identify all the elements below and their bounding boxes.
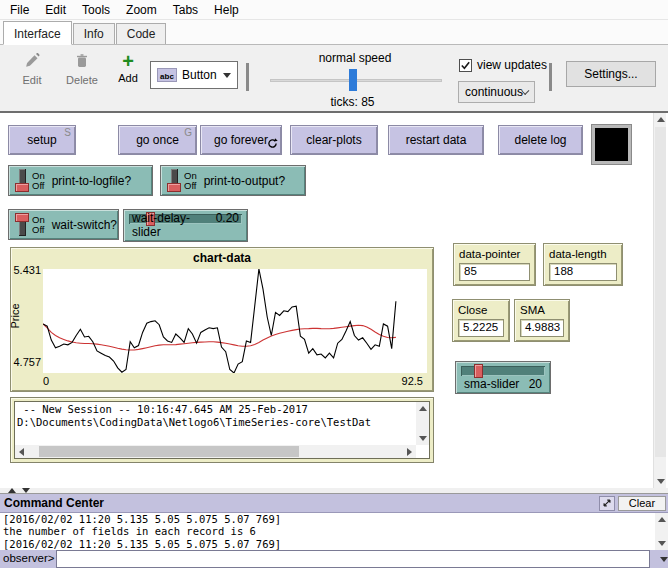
go-forever-button[interactable]: go forever [200, 125, 282, 155]
command-input[interactable] [56, 550, 650, 568]
button-label: setup [27, 133, 56, 147]
monitor-label: Close [458, 304, 504, 316]
command-center-header: Command Center Clear [0, 494, 668, 513]
off-label: Off [184, 181, 197, 191]
setup-button[interactable]: setup S [8, 125, 76, 155]
speed-slider-thumb[interactable] [349, 69, 357, 91]
command-vertical-scrollbar[interactable] [655, 513, 668, 550]
action-key: S [64, 127, 71, 138]
world-view[interactable] [592, 125, 631, 164]
switch-wait[interactable]: OnOff wait-switch? [8, 209, 119, 240]
observer-prompt-label: observer> [0, 550, 56, 568]
plot-area [43, 269, 427, 373]
view-updates-label: view updates [477, 58, 547, 72]
on-label: On [184, 171, 197, 181]
widget-type-value: Button [182, 68, 217, 82]
y-axis-label: Price [9, 303, 21, 328]
off-label: Off [32, 181, 45, 191]
wait-delay-slider[interactable]: wait-delay-slider 0.20 [123, 209, 248, 242]
menu-tools[interactable]: Tools [74, 1, 118, 19]
toolbar: Edit Delete + Add abc Button normal spee… [0, 45, 668, 113]
output-text: -- New Session -- 10:16:47.645 AM 25-Feb… [17, 403, 413, 444]
plot-chart-data: chart-data 5.431 Price 4.757 0 92.5 [10, 247, 434, 392]
delete-button[interactable]: Delete [60, 53, 104, 86]
plot-canvas [43, 269, 427, 373]
go-once-button[interactable]: go once G [118, 125, 197, 155]
monitor-data-pointer: data-pointer 85 [453, 243, 536, 286]
switch-print-to-output[interactable]: OnOff print-to-output? [160, 165, 306, 196]
view-updates-group: view updates [459, 58, 547, 72]
edit-label: Edit [23, 74, 42, 86]
scroll-down-icon[interactable] [419, 436, 427, 441]
chevron-down-icon [223, 73, 231, 78]
switch-print-to-logfile[interactable]: OnOff print-to-logfile? [8, 165, 153, 196]
add-button[interactable]: + Add [112, 53, 144, 84]
expand-button[interactable] [599, 496, 615, 511]
scroll-up-icon[interactable] [657, 117, 665, 122]
clear-plots-button[interactable]: clear-plots [290, 125, 378, 155]
plus-icon: + [122, 53, 134, 69]
delete-log-button[interactable]: delete log [498, 125, 583, 155]
off-label: Off [32, 225, 45, 235]
menu-file[interactable]: File [2, 1, 37, 19]
monitor-value: 85 [459, 263, 530, 281]
scroll-up-icon[interactable] [419, 406, 427, 411]
edit-button[interactable]: Edit [12, 53, 52, 86]
clear-button[interactable]: Clear [618, 496, 666, 511]
scroll-left-icon[interactable] [19, 448, 24, 456]
tab-interface[interactable]: Interface [3, 21, 72, 45]
switch-label: print-to-logfile? [52, 174, 131, 188]
output-widget: -- New Session -- 10:16:47.645 AM 25-Feb… [10, 397, 434, 463]
settings-button[interactable]: Settings... [566, 61, 656, 87]
tab-code[interactable]: Code [116, 23, 167, 44]
scroll-down-icon[interactable] [657, 479, 665, 484]
scroll-right-icon[interactable] [407, 448, 412, 456]
command-output-text: [2016/02/02 11:20 5.135 5.05 5.075 5.07 … [3, 513, 652, 550]
add-label: Add [118, 72, 138, 84]
monitor-value: 4.9883 [520, 319, 564, 337]
scroll-up-icon[interactable] [658, 517, 666, 522]
action-key: G [184, 127, 192, 138]
agent-type-dropdown[interactable] [650, 550, 668, 568]
slider-value: 0.20 [216, 211, 239, 239]
toolbar-separator [246, 63, 249, 91]
scrollbar-thumb[interactable] [39, 446, 299, 457]
toggle-handle[interactable] [15, 213, 29, 236]
view-updates-checkbox[interactable] [459, 59, 472, 72]
widget-type-dropdown[interactable]: abc Button [150, 61, 238, 89]
scroll-down-icon[interactable] [658, 541, 666, 546]
output-vertical-scrollbar[interactable] [416, 402, 429, 445]
forever-loop-icon [267, 138, 278, 152]
toggle-handle[interactable] [15, 169, 29, 192]
toolbar-separator [549, 63, 552, 91]
switch-label: print-to-output? [204, 174, 285, 188]
restart-data-button[interactable]: restart data [388, 125, 484, 155]
y-axis-min: 4.757 [13, 356, 41, 368]
y-axis-max: 5.431 [13, 264, 41, 276]
update-mode-dropdown[interactable]: continuous [458, 81, 535, 103]
slider-handle[interactable] [474, 364, 483, 378]
button-label: go forever [214, 133, 268, 147]
monitor-sma: SMA 4.9883 [514, 299, 570, 342]
menu-help[interactable]: Help [206, 1, 247, 19]
button-label: go once [136, 133, 179, 147]
scrollbar-thumb[interactable] [655, 127, 666, 457]
monitor-label: SMA [520, 304, 564, 316]
on-label: On [32, 215, 45, 225]
ticks-counter: ticks: 85 [300, 95, 405, 109]
output-horizontal-scrollbar[interactable] [15, 445, 416, 458]
button-label: clear-plots [306, 133, 361, 147]
slider-track[interactable] [461, 366, 545, 376]
x-axis-max: 92.5 [402, 375, 423, 387]
toggle-handle[interactable] [167, 169, 181, 192]
menu-edit[interactable]: Edit [37, 1, 74, 19]
command-center-title: Command Center [4, 496, 599, 510]
x-axis-min: 0 [43, 375, 49, 387]
menu-zoom[interactable]: Zoom [118, 1, 165, 19]
sma-slider[interactable]: sma-slider 20 [455, 361, 551, 394]
menu-tabs[interactable]: Tabs [165, 1, 206, 19]
abc-icon: abc [157, 68, 177, 82]
tab-info[interactable]: Info [73, 23, 115, 44]
trash-icon [74, 53, 90, 71]
canvas-vertical-scrollbar[interactable] [653, 113, 666, 488]
